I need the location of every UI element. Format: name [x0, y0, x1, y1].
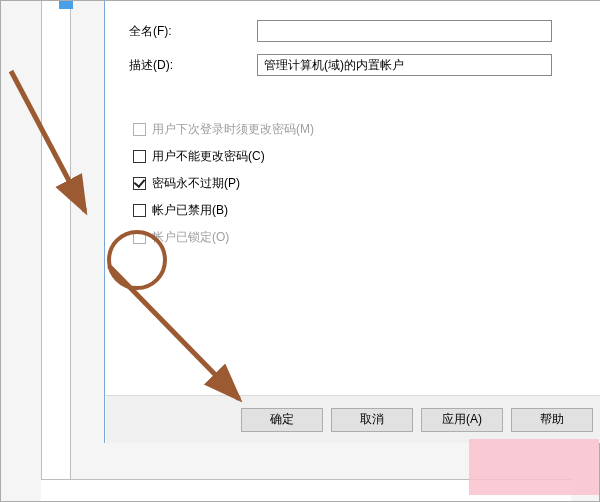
account-locked-label: 帐户已锁定(O): [152, 229, 229, 246]
screenshot-frame: 全名(F): 描述(D): 用户下次登录时须更改密码(M) 用户不能更改密码(C…: [0, 0, 600, 502]
must-change-password-checkbox: [133, 123, 146, 136]
user-properties-dialog: 全名(F): 描述(D): 用户下次登录时须更改密码(M) 用户不能更改密码(C…: [104, 1, 600, 443]
ok-button[interactable]: 确定: [241, 408, 323, 432]
dialog-client-area: 全名(F): 描述(D): 用户下次登录时须更改密码(M) 用户不能更改密码(C…: [114, 1, 600, 395]
account-locked-checkbox: [133, 231, 146, 244]
password-never-expires-label: 密码永不过期(P): [152, 175, 240, 192]
account-disabled-label: 帐户已禁用(B): [152, 202, 228, 219]
password-never-expires-row: 密码永不过期(P): [133, 173, 581, 193]
account-locked-row: 帐户已锁定(O): [133, 227, 581, 247]
help-button[interactable]: 帮助: [511, 408, 593, 432]
dialog-button-bar: 确定 取消 应用(A) 帮助: [106, 395, 600, 443]
cannot-change-password-row: 用户不能更改密码(C): [133, 146, 581, 166]
description-input[interactable]: [257, 54, 552, 76]
full-name-input[interactable]: [257, 20, 552, 42]
checkbox-group: 用户下次登录时须更改密码(M) 用户不能更改密码(C) 密码永不过期(P) 帐户…: [133, 119, 581, 247]
cannot-change-password-checkbox[interactable]: [133, 150, 146, 163]
description-label: 描述(D):: [129, 57, 257, 74]
cannot-change-password-label: 用户不能更改密码(C): [152, 148, 265, 165]
background-icon-fragment: [59, 1, 73, 9]
account-disabled-checkbox[interactable]: [133, 204, 146, 217]
watermark-overlay: [469, 439, 599, 495]
account-disabled-row: 帐户已禁用(B): [133, 200, 581, 220]
cancel-button[interactable]: 取消: [331, 408, 413, 432]
background-window-edge: [41, 1, 71, 481]
full-name-row: 全名(F):: [129, 19, 581, 43]
password-never-expires-checkbox[interactable]: [133, 177, 146, 190]
description-row: 描述(D):: [129, 53, 581, 77]
apply-button[interactable]: 应用(A): [421, 408, 503, 432]
must-change-password-row: 用户下次登录时须更改密码(M): [133, 119, 581, 139]
full-name-label: 全名(F):: [129, 23, 257, 40]
must-change-password-label: 用户下次登录时须更改密码(M): [152, 121, 314, 138]
